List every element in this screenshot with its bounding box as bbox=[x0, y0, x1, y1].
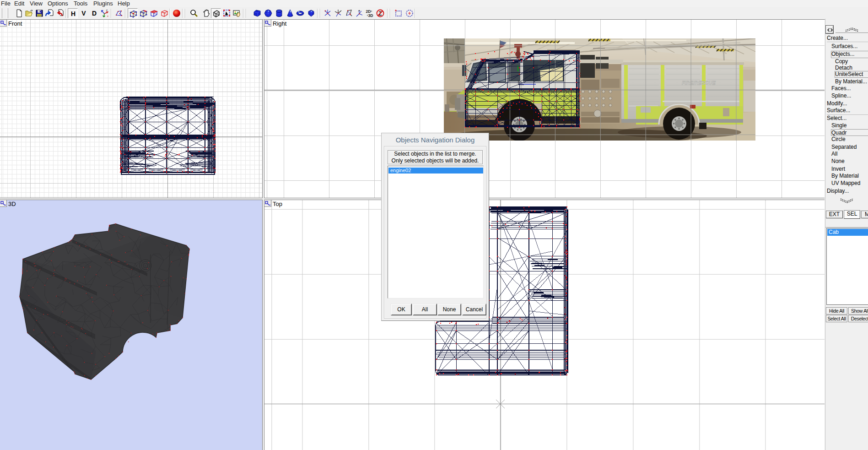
svg-text:x: x bbox=[107, 15, 108, 17]
svg-text:H: H bbox=[71, 10, 75, 17]
svg-text:V: V bbox=[81, 10, 86, 17]
svg-text:z: z bbox=[106, 9, 108, 11]
svg-text:D: D bbox=[92, 10, 97, 17]
svg-text:3D: 3D bbox=[368, 13, 373, 18]
